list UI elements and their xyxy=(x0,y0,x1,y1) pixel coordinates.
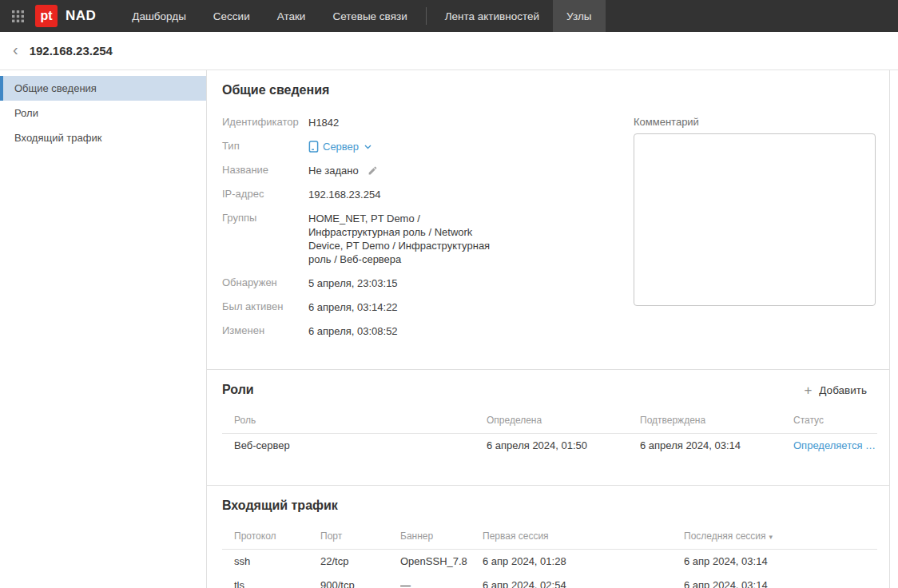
field-label-ip: IP-адрес xyxy=(222,188,308,201)
section-roles: Роли + Добавить Роль Определена Подтверж… xyxy=(207,370,889,458)
sidebar: Общие сведения Роли Входящий трафик xyxy=(0,70,206,588)
add-role-label: Добавить xyxy=(819,384,867,396)
role-cell-name: Веб-сервер xyxy=(222,434,487,458)
nav-item-network-links[interactable]: Сетевые связи xyxy=(319,0,420,32)
field-value-ip: 192.168.23.254 xyxy=(308,188,380,201)
comment-textarea[interactable] xyxy=(634,133,876,306)
traffic-col-first-session[interactable]: Первая сессия xyxy=(483,526,684,550)
section-traffic-title: Входящий трафик xyxy=(222,499,875,513)
section-roles-title: Роли xyxy=(222,383,254,397)
back-icon[interactable]: ‹ xyxy=(11,42,23,60)
server-icon xyxy=(308,141,319,153)
plus-icon: + xyxy=(804,383,812,397)
field-label-last-active: Был активен xyxy=(222,300,308,314)
roles-table-row[interactable]: Веб-сервер 6 апреля 2024, 01:50 6 апреля… xyxy=(222,434,877,458)
top-navbar: pt NAD Дашборды Сессии Атаки Сетевые свя… xyxy=(0,0,898,32)
traffic-cell-banner: — xyxy=(400,573,483,588)
page-title: 192.168.23.254 xyxy=(30,44,113,58)
sort-desc-icon: ▾ xyxy=(769,533,773,541)
roles-col-status[interactable]: Статус xyxy=(793,410,877,434)
traffic-col-banner[interactable]: Баннер xyxy=(400,526,483,550)
traffic-table: Протокол Порт Баннер Первая сессия После… xyxy=(222,526,877,588)
traffic-cell-protocol: ssh xyxy=(222,549,320,573)
roles-col-confirmed[interactable]: Подтверждена xyxy=(640,410,793,434)
sidebar-item-general[interactable]: Общие сведения xyxy=(0,76,206,101)
section-traffic: Входящий трафик Протокол Порт Баннер Пер… xyxy=(207,486,889,588)
sidebar-item-incoming-traffic[interactable]: Входящий трафик xyxy=(0,125,206,150)
field-value-discovered: 5 апреля, 23:03:15 xyxy=(308,276,398,290)
traffic-cell-protocol: tls xyxy=(222,573,320,588)
section-general-title: Общие сведения xyxy=(222,83,875,97)
roles-col-defined[interactable]: Определена xyxy=(487,410,640,434)
field-label-discovered: Обнаружен xyxy=(222,276,308,290)
field-label-modified: Изменен xyxy=(222,324,308,338)
comment-label: Комментарий xyxy=(634,116,876,128)
role-cell-defined: 6 апреля 2024, 01:50 xyxy=(487,434,640,458)
traffic-cell-first: 6 апр 2024, 01:28 xyxy=(483,549,684,573)
traffic-table-row[interactable]: tls 900/tcp — 6 апр 2024, 02:54 6 апр 20… xyxy=(222,573,877,588)
pt-logo[interactable]: pt xyxy=(35,5,58,27)
nav-item-activity-feed[interactable]: Лента активностей xyxy=(431,0,553,32)
chevron-down-icon xyxy=(364,145,372,149)
traffic-col-last-session[interactable]: Последняя сессия▾ xyxy=(684,526,877,550)
traffic-cell-last: 6 апр 2024, 03:14 xyxy=(684,573,877,588)
type-dropdown[interactable]: Сервер xyxy=(308,140,372,153)
traffic-cell-last: 6 апр 2024, 03:14 xyxy=(684,549,877,573)
roles-table: Роль Определена Подтверждена Статус Веб-… xyxy=(222,410,877,458)
field-value-last-active: 6 апреля, 03:14:22 xyxy=(308,300,398,314)
nav-item-sessions[interactable]: Сессии xyxy=(200,0,264,32)
nav-item-nodes[interactable]: Узлы xyxy=(553,0,605,32)
traffic-cell-port: 900/tcp xyxy=(320,573,400,588)
roles-col-role[interactable]: Роль xyxy=(222,410,487,434)
traffic-cell-port: 22/tcp xyxy=(320,549,400,573)
field-value-name: Не задано xyxy=(308,165,359,177)
traffic-cell-first: 6 апр 2024, 02:54 xyxy=(483,573,684,588)
field-label-name: Название xyxy=(222,164,308,177)
traffic-col-port[interactable]: Порт xyxy=(320,526,400,550)
field-label-type: Тип xyxy=(222,140,308,153)
section-general: Общие сведения Идентификатор H1842 Тип xyxy=(207,70,889,369)
role-cell-status[interactable]: Определяется … xyxy=(793,434,877,458)
field-label-groups: Группы xyxy=(222,212,308,266)
breadcrumb: ‹ 192.168.23.254 xyxy=(0,32,898,70)
traffic-cell-banner: OpenSSH_7.8 xyxy=(400,549,483,573)
app-title: NAD xyxy=(66,8,96,24)
nav-item-dashboards[interactable]: Дашборды xyxy=(118,0,200,32)
traffic-table-row[interactable]: ssh 22/tcp OpenSSH_7.8 6 апр 2024, 01:28… xyxy=(222,549,877,573)
nav-item-attacks[interactable]: Атаки xyxy=(264,0,320,32)
role-cell-confirmed: 6 апреля 2024, 03:14 xyxy=(640,434,793,458)
field-value-identifier: H1842 xyxy=(308,116,339,129)
comment-block: Комментарий xyxy=(634,116,876,348)
nav-divider xyxy=(426,7,427,25)
sidebar-item-roles[interactable]: Роли xyxy=(0,101,206,125)
apps-grid-icon[interactable] xyxy=(0,10,35,22)
field-value-modified: 6 апреля, 03:08:52 xyxy=(308,324,398,338)
add-role-button[interactable]: + Добавить xyxy=(804,383,875,397)
general-fields: Идентификатор H1842 Тип С xyxy=(222,116,634,348)
field-label-identifier: Идентификатор xyxy=(222,116,308,129)
edit-pencil-icon[interactable] xyxy=(368,165,378,176)
traffic-col-protocol[interactable]: Протокол xyxy=(222,526,320,550)
type-value: Сервер xyxy=(323,140,359,153)
field-value-groups: HOME_NET, PT Demo / Инфраструктурная рол… xyxy=(308,212,492,266)
content-panel: Общие сведения Идентификатор H1842 Тип xyxy=(206,70,890,588)
